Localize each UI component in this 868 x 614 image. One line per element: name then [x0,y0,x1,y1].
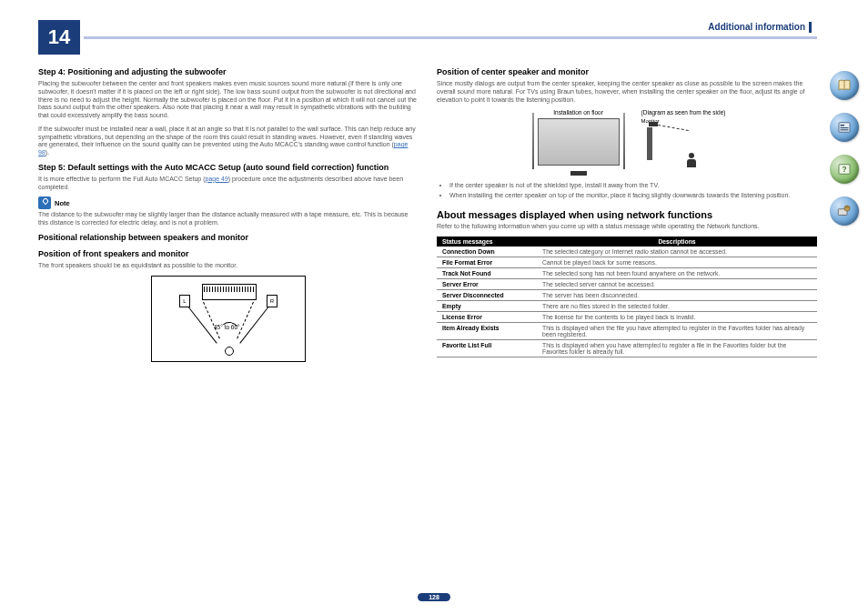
speaker-r-label: R [270,298,274,304]
positional-heading: Positional relationship between speakers… [38,233,419,242]
step4-para-2-text: If the subwoofer must be installed near … [38,126,416,148]
status-desc: The selected category or Internet radio … [537,247,817,257]
step4-heading: Step 4: Positioning and adjusting the su… [38,67,419,76]
network-messages-intro: Refer to the following information when … [437,223,817,231]
status-desc: This is displayed when the file you have… [537,322,817,339]
status-msg: Favorite List Full [437,339,537,357]
status-messages-table: Status messages Descriptions Connection … [437,237,817,357]
svg-text:?: ? [842,166,846,174]
page-header: 14 Additional information [38,20,817,55]
chapter-number-text: 14 [48,25,70,49]
list-item: If the center speaker is not of the shie… [449,182,817,190]
table-row: Favorite List FullThis is displayed when… [437,339,817,357]
table-row: Server ErrorThe selected server cannot b… [437,278,817,289]
diagram-side-view: (Diagram as seen from the side) Monitor [641,109,726,175]
step5-text-a: It is more effective to perform the Full… [38,176,206,182]
table-header-status: Status messages [437,237,537,247]
status-desc: This is displayed when you have attempte… [537,339,817,357]
note-icon [38,196,51,209]
status-desc: The server has been disconnected. [537,289,817,300]
menu-icon[interactable] [830,113,859,142]
section-title: Additional information [706,22,813,33]
step5-heading: Step 5: Default settings with the Auto M… [38,163,419,172]
table-row: License ErrorThe license for the content… [437,311,817,322]
page-footer: 128 [0,593,868,601]
status-msg: Server Disconnected [437,289,537,300]
front-speaker-diagram: L R 45° to 60° [151,276,306,362]
table-row: File Format ErrorCannot be played back f… [437,257,817,267]
content-columns: Step 4: Positioning and adjusting the su… [38,67,817,371]
av-icon[interactable] [830,196,859,226]
diagram-tv-side [647,127,652,160]
status-desc: There are no files stored in the selecte… [537,300,817,311]
page-49-link[interactable]: page 49 [206,176,228,182]
install-floor-label: Installation on floor [529,109,629,116]
speaker-l-label: L [183,298,186,304]
step5-para: It is more effective to perform the Full… [38,176,419,192]
diagram-stand-right [623,113,625,169]
diagram-speaker-left: L [179,295,190,307]
status-msg: Connection Down [437,247,537,257]
diagram-front-view: Installation on floor [529,109,629,175]
step4-para-2: If the subwoofer must be installed near … [38,126,419,157]
right-column: Position of center speaker and monitor S… [437,67,817,371]
table-row: EmptyThere are no files stored in the se… [437,300,817,311]
diagram-line-dashed [203,301,220,338]
center-speaker-diagram: Installation on floor (Diagram as seen f… [437,109,817,175]
table-row: Track Not FoundThe selected song has not… [437,267,817,278]
list-item: When installing the center speaker on to… [449,192,817,200]
diagram-speaker-right: R [267,295,278,307]
diagram-sight-line [658,125,689,131]
book-icon[interactable] [830,71,859,100]
page-number-pill: 128 [418,593,450,601]
svg-rect-1 [841,125,845,126]
diagram-monitor [202,284,257,300]
diagram-listener [225,347,234,356]
table-row: Item Already ExistsThis is displayed whe… [437,322,817,339]
diagram-center-speaker [570,171,587,176]
diagram-line [239,307,268,343]
svg-rect-2 [841,127,849,128]
front-position-text: The front speakers should be as equidist… [38,262,419,270]
diagram-center-speaker-side [649,122,658,126]
note-block: Note [38,196,419,209]
diagram-listener-side [685,153,698,167]
chapter-number: 14 [38,20,80,55]
svg-rect-3 [841,129,849,130]
diagram-stand-left [532,113,534,169]
network-messages-heading: About messages displayed when using netw… [437,209,817,220]
center-position-heading: Position of center speaker and monitor [437,67,817,76]
status-msg: Server Error [437,278,537,289]
status-desc: Cannot be played back for some reasons. [537,257,817,267]
help-icon[interactable]: ? [830,155,859,184]
note-label: Note [55,199,70,207]
note-text: The distance to the subwoofer may be sli… [38,211,419,227]
side-nav: ? [830,71,859,226]
table-header-desc: Descriptions [537,237,817,247]
side-view-label: (Diagram as seen from the side) [641,109,726,116]
status-msg: File Format Error [437,257,537,267]
status-desc: The selected server cannot be accessed. [537,278,817,289]
status-msg: Empty [437,300,537,311]
status-msg: License Error [437,311,537,322]
center-position-text: Since mostly dialogs are output from the… [437,80,817,104]
status-msg: Item Already Exists [437,322,537,339]
step4-para-1: Placing the subwoofer between the center… [38,80,419,120]
header-rule: Additional information [84,36,817,39]
status-msg: Track Not Found [437,267,537,278]
svg-point-7 [844,206,850,211]
diagram-tv [538,118,620,166]
status-desc: The license for the contents to be playe… [537,311,817,322]
table-row: Server DisconnectedThe server has been d… [437,289,817,300]
left-column: Step 4: Positioning and adjusting the su… [38,67,419,371]
center-notes-list: If the center speaker is not of the shie… [437,182,817,200]
manual-page: 14 Additional information Step 4: Positi… [0,0,868,389]
front-position-heading: Position of front speakers and monitor [38,249,419,258]
status-table-body: Connection DownThe selected category or … [437,247,817,357]
step4-para-2-end: ). [45,149,49,156]
table-row: Connection DownThe selected category or … [437,247,817,257]
diagram-angle-label: 45° to 60° [214,324,240,330]
status-desc: The selected song has not been found any… [537,267,817,278]
